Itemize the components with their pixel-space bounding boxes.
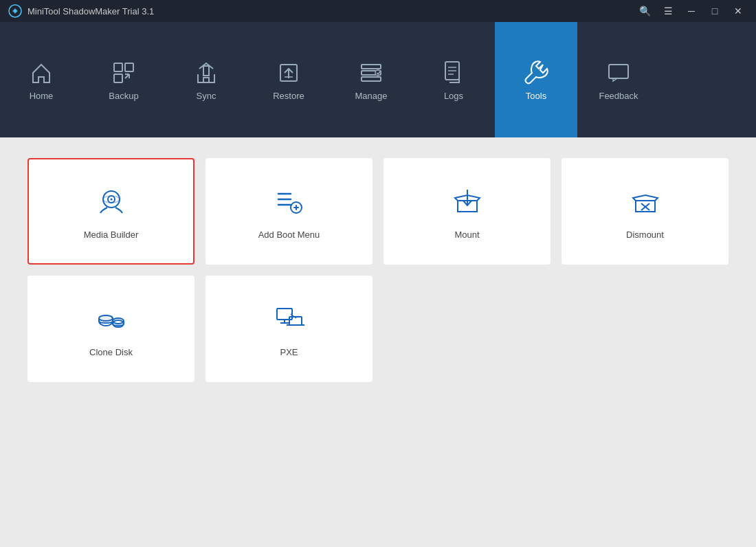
tools-row2: Clone Disk PXE <box>27 276 729 382</box>
tool-dismount-label: Dismount <box>626 230 664 240</box>
nav-home[interactable]: Home <box>0 22 82 137</box>
tool-clone-disk[interactable]: Clone Disk <box>27 276 194 382</box>
nav-tools-label: Tools <box>526 91 546 101</box>
nav-logs[interactable]: Logs <box>412 22 495 137</box>
nav-sync[interactable]: Sync <box>165 22 247 137</box>
pxe-icon <box>270 300 309 339</box>
svg-rect-16 <box>609 65 628 78</box>
window-controls: 🔍 ☰ ─ □ ✕ <box>635 4 748 18</box>
tool-pxe[interactable]: PXE <box>205 276 373 382</box>
tool-mount-label: Mount <box>454 230 479 240</box>
tool-clone-disk-label: Clone Disk <box>89 347 133 357</box>
title-bar: MiniTool ShadowMaker Trial 3.1 🔍 ☰ ─ □ ✕ <box>0 0 756 22</box>
nav-feedback[interactable]: Feedback <box>577 22 660 137</box>
app-logo <box>8 4 22 18</box>
nav-bar: Home Backup Sync Restore <box>0 22 756 137</box>
nav-restore-label: Restore <box>273 91 304 101</box>
nav-manage-label: Manage <box>355 91 388 101</box>
tool-media-builder-label: Media Builder <box>84 230 139 240</box>
clone-disk-icon <box>92 300 131 339</box>
tool-media-builder[interactable]: Media Builder <box>27 158 194 265</box>
logs-icon <box>440 59 467 87</box>
tool-dismount[interactable]: Dismount <box>562 158 729 265</box>
tool-add-boot-menu-label: Add Boot Menu <box>258 230 320 240</box>
svg-point-1 <box>14 10 16 12</box>
nav-home-label: Home <box>30 91 54 101</box>
minimize-button[interactable]: ─ <box>682 4 701 18</box>
svg-point-19 <box>110 199 112 201</box>
nav-feedback-label: Feedback <box>599 91 638 101</box>
restore-button[interactable]: □ <box>705 4 724 18</box>
home-icon <box>27 59 55 87</box>
nav-logs-label: Logs <box>444 91 463 101</box>
svg-rect-2 <box>114 63 122 71</box>
sync-icon <box>192 59 220 87</box>
backup-icon <box>110 59 137 87</box>
feedback-icon <box>605 59 632 87</box>
nav-sync-label: Sync <box>197 91 216 101</box>
tool-add-boot-menu[interactable]: Add Boot Menu <box>205 158 373 265</box>
close-button[interactable]: ✕ <box>729 4 748 18</box>
nav-restore[interactable]: Restore <box>247 22 330 137</box>
nav-backup[interactable]: Backup <box>82 22 165 137</box>
tool-mount[interactable]: Mount <box>383 158 551 265</box>
svg-rect-5 <box>203 66 209 76</box>
dismount-icon <box>626 183 665 221</box>
svg-rect-8 <box>362 65 381 69</box>
nav-backup-label: Backup <box>109 91 138 101</box>
svg-rect-3 <box>125 63 133 71</box>
tool-empty-2 <box>562 276 729 382</box>
media-builder-icon <box>92 183 131 221</box>
tool-empty-1 <box>383 276 551 382</box>
search-button[interactable]: 🔍 <box>635 4 654 18</box>
main-content: Media Builder Add Boot Menu <box>0 137 756 547</box>
restore-icon <box>275 59 302 87</box>
nav-tools[interactable]: Tools <box>495 22 577 137</box>
svg-rect-4 <box>114 74 122 82</box>
add-boot-menu-icon <box>270 183 309 221</box>
tools-icon <box>522 59 550 87</box>
app-title: MiniTool ShadowMaker Trial 3.1 <box>27 6 635 16</box>
manage-icon <box>357 59 385 87</box>
menu-button[interactable]: ☰ <box>658 4 678 18</box>
tool-pxe-label: PXE <box>280 347 298 357</box>
mount-icon <box>448 183 487 221</box>
svg-rect-10 <box>362 77 381 81</box>
tools-row1: Media Builder Add Boot Menu <box>27 158 729 265</box>
nav-manage[interactable]: Manage <box>330 22 412 137</box>
